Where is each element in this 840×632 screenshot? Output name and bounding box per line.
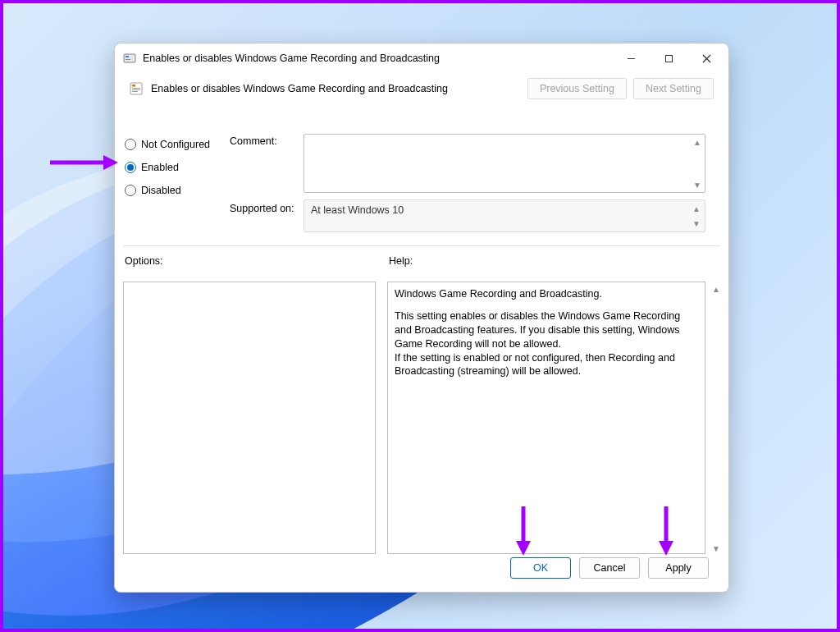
maximize-button[interactable] bbox=[650, 46, 687, 71]
svg-rect-10 bbox=[132, 89, 140, 90]
scroll-down-icon[interactable]: ▼ bbox=[710, 543, 722, 554]
radio-circle-icon bbox=[125, 139, 136, 150]
next-setting-button[interactable]: Next Setting bbox=[633, 78, 714, 99]
help-text-line: If the setting is enabled or not configu… bbox=[395, 351, 698, 379]
svg-rect-9 bbox=[132, 88, 140, 89]
app-icon bbox=[123, 52, 136, 65]
footer-buttons: OK Cancel Apply bbox=[510, 557, 709, 579]
options-box bbox=[123, 282, 376, 554]
close-button[interactable] bbox=[687, 46, 725, 71]
svg-rect-2 bbox=[126, 59, 130, 60]
svg-rect-4 bbox=[665, 55, 672, 62]
policy-icon bbox=[130, 82, 143, 95]
svg-rect-11 bbox=[132, 91, 138, 92]
svg-rect-1 bbox=[126, 56, 129, 57]
radio-label: Disabled bbox=[141, 185, 181, 196]
titlebar: Enables or disables Windows Game Recordi… bbox=[115, 44, 728, 73]
radio-label: Not Configured bbox=[141, 139, 210, 150]
radio-not-configured[interactable]: Not Configured bbox=[125, 139, 231, 150]
window-title: Enables or disables Windows Game Recordi… bbox=[143, 53, 440, 64]
radio-circle-icon bbox=[125, 185, 136, 196]
separator bbox=[123, 245, 720, 246]
comment-label: Comment: bbox=[230, 135, 277, 147]
policy-name: Enables or disables Windows Game Recordi… bbox=[151, 83, 448, 94]
policy-header: Enables or disables Windows Game Recordi… bbox=[115, 73, 728, 104]
apply-button[interactable]: Apply bbox=[648, 557, 709, 579]
minimize-button[interactable] bbox=[612, 46, 650, 71]
scroll-up-icon[interactable]: ▲ bbox=[692, 136, 703, 148]
radio-label: Enabled bbox=[141, 162, 179, 173]
help-label: Help: bbox=[389, 255, 413, 267]
radio-enabled[interactable]: Enabled bbox=[125, 162, 231, 173]
gpo-dialog: Enables or disables Windows Game Recordi… bbox=[114, 43, 729, 593]
svg-rect-0 bbox=[124, 54, 135, 62]
previous-setting-button[interactable]: Previous Setting bbox=[527, 78, 627, 99]
supported-label: Supported on: bbox=[230, 203, 294, 214]
supported-on-box: At least Windows 10 ▲ ▼ bbox=[304, 199, 705, 232]
radio-circle-icon bbox=[125, 162, 136, 173]
svg-rect-8 bbox=[132, 85, 135, 87]
ok-button[interactable]: OK bbox=[510, 557, 571, 579]
help-text-line: This setting enables or disables the Win… bbox=[395, 309, 698, 351]
options-label: Options: bbox=[125, 255, 163, 267]
scroll-down-icon[interactable]: ▼ bbox=[692, 218, 701, 228]
scroll-up-icon[interactable]: ▲ bbox=[692, 204, 701, 213]
comment-textarea[interactable]: ▲ ▼ bbox=[304, 134, 705, 193]
state-radios: Not Configured Enabled Disabled bbox=[125, 139, 231, 196]
screenshot-frame: Enables or disables Windows Game Recordi… bbox=[0, 0, 840, 632]
supported-on-text: At least Windows 10 bbox=[311, 204, 404, 216]
scroll-down-icon[interactable]: ▼ bbox=[692, 179, 703, 190]
cancel-button[interactable]: Cancel bbox=[579, 557, 640, 579]
scroll-up-icon[interactable]: ▲ bbox=[710, 283, 722, 295]
help-text-line: Windows Game Recording and Broadcasting. bbox=[395, 287, 698, 301]
help-box: Windows Game Recording and Broadcasting.… bbox=[387, 282, 705, 554]
radio-disabled[interactable]: Disabled bbox=[125, 185, 231, 196]
